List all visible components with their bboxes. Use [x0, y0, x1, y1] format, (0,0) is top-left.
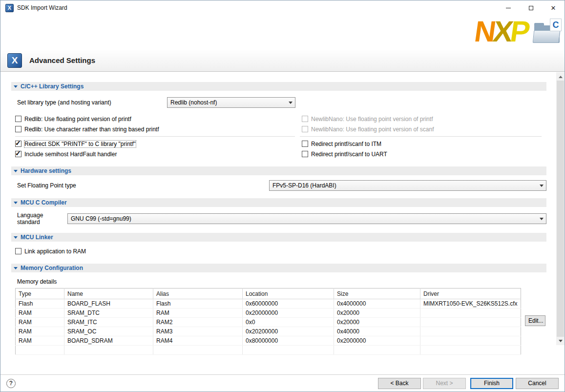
cell-location [243, 346, 334, 355]
vertical-scrollbar[interactable] [556, 72, 565, 345]
checkbox-redirect-sdk-printf[interactable]: Redirect SDK "PRINTF" to C library "prin… [15, 139, 300, 149]
collapse-icon [14, 267, 18, 269]
cell-alias: Flash [153, 299, 243, 309]
memory-row-sram-dtc[interactable]: RAM SRAM_DTC RAM 0x20000000 0x20000 [16, 309, 521, 318]
minimize-icon [506, 8, 511, 8]
library-type-select[interactable]: Redlib (nohost-nf) [167, 97, 295, 108]
selected-value: GNU C99 (-std=gnu99) [71, 215, 131, 222]
cancel-button[interactable]: Cancel [516, 378, 559, 389]
finish-button[interactable]: Finish [470, 378, 513, 389]
checkbox-redlib-float-printf[interactable]: Redlib: Use floating point version of pr… [15, 114, 300, 124]
cell-alias: RAM [153, 309, 243, 318]
checkbox-label: Redirect printf/scanf to ITM [311, 141, 381, 147]
mcuxpresso-folder-icon: C [533, 19, 562, 45]
selected-value: FPv5-SP-D16 (HardABI) [272, 182, 336, 189]
cell-driver [420, 318, 521, 327]
brand-area: NXP C [475, 15, 562, 48]
next-button[interactable]: Next > [423, 378, 466, 389]
cell-name: BOARD_SDRAM [64, 336, 153, 346]
sdk-import-wizard-window: X SDK Import Wizard ✕ NXP C X Advanced S… [0, 0, 565, 392]
chevron-down-icon [537, 181, 545, 190]
minimize-button[interactable] [497, 0, 520, 15]
scrollbar-thumb[interactable] [557, 81, 564, 337]
scroll-down-button[interactable] [556, 337, 565, 345]
close-icon: ✕ [551, 4, 556, 12]
mcuxpresso-app-icon: X [5, 4, 14, 12]
cell-location: 0x80000000 [243, 336, 334, 346]
cell-location: 0x0 [243, 318, 334, 327]
checkbox-icon [15, 151, 21, 157]
cell-alias: RAM2 [153, 318, 243, 327]
folder-front-shape [533, 30, 561, 43]
memory-table-header-row: Type Name Alias Location Size Driver [16, 289, 521, 299]
checkbox-label: Include semihost HardFault handler [24, 151, 117, 158]
cell-alias: RAM3 [153, 327, 243, 336]
memory-row-board-sdram[interactable]: RAM BOARD_SDRAM RAM4 0x80000000 0x200000… [16, 336, 521, 346]
checkbox-newlibnano-float-scanf[interactable]: NewlibNano: Use floating point version o… [300, 124, 546, 134]
checkbox-semihost-hardfault[interactable]: Include semihost HardFault handler [15, 149, 300, 159]
language-standard-row: Language standard GNU C99 (-std=gnu99) [11, 212, 546, 226]
checkbox-icon [15, 141, 21, 147]
checkbox-link-application-to-ram[interactable]: Link application to RAM [11, 246, 546, 256]
checkbox-redlib-char-printf[interactable]: Redlib: Use character rather than string… [15, 124, 300, 134]
section-title: MCU C Compiler [21, 199, 67, 206]
memory-row-sram-oc[interactable]: RAM SRAM_OC RAM3 0x20200000 0x40000 [16, 327, 521, 336]
checkbox-icon [302, 141, 308, 147]
memory-table-area: Type Name Alias Location Size Driver Fla… [11, 288, 546, 355]
app-icon-letter: X [8, 5, 11, 11]
footer: ? < Back Next > Finish Cancel [0, 374, 565, 392]
checkbox-label: NewlibNano: Use floating point version o… [311, 116, 433, 123]
cell-name [64, 346, 153, 355]
section-title: Memory Configuration [21, 265, 83, 271]
chevron-up-icon [559, 74, 563, 78]
cell-type: RAM [16, 327, 64, 336]
memory-table: Type Name Alias Location Size Driver Fla… [15, 288, 521, 355]
help-button[interactable]: ? [6, 379, 16, 388]
checkbox-icon [302, 151, 308, 157]
checkbox-redirect-uart[interactable]: Redirect printf/scanf to UART [300, 149, 546, 159]
collapse-icon [14, 236, 18, 239]
chevron-down-icon [286, 98, 294, 107]
separator-line [300, 136, 542, 137]
settings-content: C/C++ Library Settings Set library type … [0, 72, 556, 374]
library-type-label: Set library type (and hosting variant) [17, 99, 167, 106]
column-header-size: Size [334, 289, 420, 299]
section-header-mcu-linker[interactable]: MCU Linker [11, 233, 546, 242]
banner-icon-letter: X [12, 55, 18, 66]
memory-row-empty[interactable] [16, 346, 521, 355]
checkbox-icon [15, 116, 21, 122]
mcuxpresso-x-icon: X [7, 53, 22, 68]
language-standard-label: Language standard [17, 212, 67, 226]
cell-type: RAM [16, 309, 64, 318]
scroll-up-button[interactable] [556, 72, 565, 81]
section-header-memory-configuration[interactable]: Memory Configuration [11, 264, 546, 272]
library-checkbox-grid: Redlib: Use floating point version of pr… [11, 114, 546, 159]
memory-row-board-flash[interactable]: Flash BOARD_FLASH Flash 0x60000000 0x400… [16, 299, 521, 309]
cell-size: 0x40000 [334, 327, 420, 336]
cell-driver [420, 346, 521, 355]
edit-button[interactable]: Edit... [525, 315, 545, 326]
collapse-icon [14, 85, 18, 88]
section-title: Hardware settings [21, 167, 71, 174]
checkbox-redirect-itm[interactable]: Redirect printf/scanf to ITM [300, 139, 546, 149]
checkbox-newlibnano-float-printf[interactable]: NewlibNano: Use floating point version o… [300, 114, 546, 124]
checkbox-icon [15, 126, 21, 132]
checkbox-label: Link application to RAM [24, 248, 86, 255]
cell-name: BOARD_FLASH [64, 299, 153, 309]
memory-row-sram-itc[interactable]: RAM SRAM_ITC RAM2 0x0 0x20000 [16, 318, 521, 327]
library-type-row: Set library type (and hosting variant) R… [11, 97, 546, 108]
collapse-icon [14, 202, 18, 204]
checkbox-label: Redirect printf/scanf to UART [311, 151, 387, 158]
wizard-header: X Advanced Settings [0, 49, 565, 72]
cell-driver [420, 327, 521, 336]
section-header-hardware-settings[interactable]: Hardware settings [11, 166, 546, 175]
checkbox-label: Redlib: Use floating point version of pr… [24, 116, 131, 123]
language-standard-select[interactable]: GNU C99 (-std=gnu99) [67, 213, 546, 224]
section-header-library-settings[interactable]: C/C++ Library Settings [11, 82, 546, 91]
back-button[interactable]: < Back [378, 378, 421, 389]
section-header-mcu-c-compiler[interactable]: MCU C Compiler [11, 198, 546, 207]
close-button[interactable]: ✕ [542, 0, 565, 15]
maximize-button[interactable] [520, 0, 542, 15]
floating-point-select[interactable]: FPv5-SP-D16 (HardABI) [269, 180, 546, 191]
cell-size: 0x20000 [334, 309, 420, 318]
